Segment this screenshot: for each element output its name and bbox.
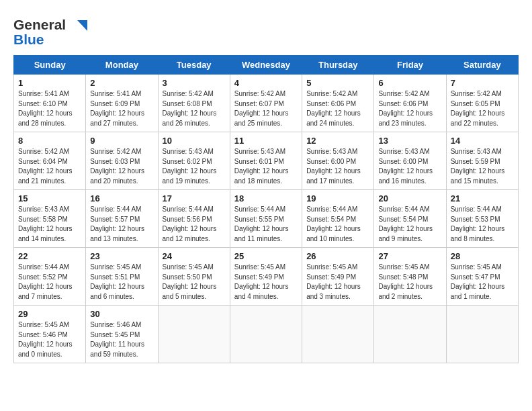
calendar-cell: 9 Sunrise: 5:42 AMSunset: 6:03 PMDayligh… — [86, 132, 158, 190]
calendar-cell: 29 Sunrise: 5:45 AMSunset: 5:46 PMDaylig… — [14, 306, 86, 363]
page-header: General Blue — [13, 13, 519, 48]
calendar-cell: 28 Sunrise: 5:45 AMSunset: 5:47 PMDaylig… — [446, 248, 518, 306]
day-number: 25 — [234, 251, 298, 261]
day-info: Sunrise: 5:44 AMSunset: 5:57 PMDaylight:… — [90, 205, 154, 244]
day-number: 5 — [306, 78, 370, 88]
weekday-header-sunday: Sunday — [14, 56, 86, 75]
day-info: Sunrise: 5:43 AMSunset: 6:00 PMDaylight:… — [306, 147, 370, 186]
calendar-cell: 26 Sunrise: 5:45 AMSunset: 5:49 PMDaylig… — [302, 248, 374, 306]
calendar-table: SundayMondayTuesdayWednesdayThursdayFrid… — [13, 55, 519, 363]
day-number: 8 — [18, 136, 82, 146]
svg-text:Blue: Blue — [13, 32, 44, 47]
day-info: Sunrise: 5:45 AMSunset: 5:48 PMDaylight:… — [378, 263, 442, 302]
calendar-cell: 19 Sunrise: 5:44 AMSunset: 5:54 PMDaylig… — [302, 190, 374, 248]
logo: General Blue — [13, 13, 87, 48]
day-info: Sunrise: 5:43 AMSunset: 6:02 PMDaylight:… — [163, 147, 226, 186]
day-number: 7 — [451, 78, 515, 88]
calendar-cell: 2 Sunrise: 5:41 AMSunset: 6:09 PMDayligh… — [86, 75, 158, 132]
day-info: Sunrise: 5:44 AMSunset: 5:53 PMDaylight:… — [451, 205, 515, 244]
calendar-cell: 3 Sunrise: 5:42 AMSunset: 6:08 PMDayligh… — [158, 75, 230, 132]
weekday-header-row: SundayMondayTuesdayWednesdayThursdayFrid… — [14, 56, 519, 75]
day-info: Sunrise: 5:45 AMSunset: 5:49 PMDaylight:… — [306, 263, 370, 302]
day-number: 13 — [378, 136, 442, 146]
day-number: 18 — [234, 193, 298, 203]
day-number: 6 — [378, 78, 442, 88]
calendar-cell: 23 Sunrise: 5:45 AMSunset: 5:51 PMDaylig… — [86, 248, 158, 306]
calendar-cell — [230, 306, 302, 363]
day-number: 28 — [451, 251, 515, 261]
day-number: 17 — [163, 193, 226, 203]
weekday-header-friday: Friday — [374, 56, 446, 75]
day-number: 21 — [451, 193, 515, 203]
day-number: 19 — [306, 193, 370, 203]
calendar-cell: 27 Sunrise: 5:45 AMSunset: 5:48 PMDaylig… — [374, 248, 446, 306]
day-info: Sunrise: 5:43 AMSunset: 6:01 PMDaylight:… — [234, 147, 298, 186]
calendar-cell — [302, 306, 374, 363]
weekday-header-wednesday: Wednesday — [230, 56, 302, 75]
day-info: Sunrise: 5:43 AMSunset: 5:58 PMDaylight:… — [18, 205, 82, 244]
calendar-week-1: 1 Sunrise: 5:41 AMSunset: 6:10 PMDayligh… — [14, 75, 519, 132]
calendar-week-4: 22 Sunrise: 5:44 AMSunset: 5:52 PMDaylig… — [14, 248, 519, 306]
calendar-cell: 20 Sunrise: 5:44 AMSunset: 5:54 PMDaylig… — [374, 190, 446, 248]
day-info: Sunrise: 5:42 AMSunset: 6:07 PMDaylight:… — [234, 89, 298, 128]
day-number: 23 — [90, 251, 154, 261]
day-number: 1 — [18, 78, 82, 88]
day-number: 14 — [451, 136, 515, 146]
calendar-cell — [374, 306, 446, 363]
day-info: Sunrise: 5:45 AMSunset: 5:49 PMDaylight:… — [234, 263, 298, 302]
calendar-cell: 11 Sunrise: 5:43 AMSunset: 6:01 PMDaylig… — [230, 132, 302, 190]
calendar-cell: 1 Sunrise: 5:41 AMSunset: 6:10 PMDayligh… — [14, 75, 86, 132]
day-number: 11 — [234, 136, 298, 146]
calendar-cell — [158, 306, 230, 363]
calendar-week-5: 29 Sunrise: 5:45 AMSunset: 5:46 PMDaylig… — [14, 306, 519, 363]
day-info: Sunrise: 5:42 AMSunset: 6:06 PMDaylight:… — [306, 89, 370, 128]
day-number: 12 — [306, 136, 370, 146]
day-number: 30 — [90, 309, 154, 319]
calendar-cell: 10 Sunrise: 5:43 AMSunset: 6:02 PMDaylig… — [158, 132, 230, 190]
calendar-cell: 13 Sunrise: 5:43 AMSunset: 6:00 PMDaylig… — [374, 132, 446, 190]
day-info: Sunrise: 5:42 AMSunset: 6:03 PMDaylight:… — [90, 147, 154, 186]
weekday-header-monday: Monday — [86, 56, 158, 75]
day-number: 22 — [18, 251, 82, 261]
day-number: 4 — [234, 78, 298, 88]
day-info: Sunrise: 5:44 AMSunset: 5:54 PMDaylight:… — [378, 205, 442, 244]
day-number: 10 — [163, 136, 226, 146]
day-number: 9 — [90, 136, 154, 146]
calendar-cell: 6 Sunrise: 5:42 AMSunset: 6:06 PMDayligh… — [374, 75, 446, 132]
calendar-cell: 30 Sunrise: 5:46 AMSunset: 5:45 PMDaylig… — [86, 306, 158, 363]
svg-text:General: General — [13, 17, 66, 32]
day-info: Sunrise: 5:42 AMSunset: 6:04 PMDaylight:… — [18, 147, 82, 186]
calendar-cell: 15 Sunrise: 5:43 AMSunset: 5:58 PMDaylig… — [14, 190, 86, 248]
day-info: Sunrise: 5:45 AMSunset: 5:51 PMDaylight:… — [90, 263, 154, 302]
day-info: Sunrise: 5:42 AMSunset: 6:05 PMDaylight:… — [451, 89, 515, 128]
day-number: 27 — [378, 251, 442, 261]
day-info: Sunrise: 5:44 AMSunset: 5:52 PMDaylight:… — [18, 263, 82, 302]
day-info: Sunrise: 5:41 AMSunset: 6:10 PMDaylight:… — [18, 89, 82, 128]
calendar-cell — [446, 306, 518, 363]
weekday-header-tuesday: Tuesday — [158, 56, 230, 75]
day-info: Sunrise: 5:43 AMSunset: 6:00 PMDaylight:… — [378, 147, 442, 186]
day-number: 2 — [90, 78, 154, 88]
calendar-cell: 22 Sunrise: 5:44 AMSunset: 5:52 PMDaylig… — [14, 248, 86, 306]
calendar-week-2: 8 Sunrise: 5:42 AMSunset: 6:04 PMDayligh… — [14, 132, 519, 190]
day-number: 26 — [306, 251, 370, 261]
calendar-cell: 18 Sunrise: 5:44 AMSunset: 5:55 PMDaylig… — [230, 190, 302, 248]
calendar-cell: 5 Sunrise: 5:42 AMSunset: 6:06 PMDayligh… — [302, 75, 374, 132]
logo-svg: General Blue — [13, 13, 87, 48]
day-info: Sunrise: 5:42 AMSunset: 6:08 PMDaylight:… — [163, 89, 226, 128]
day-info: Sunrise: 5:44 AMSunset: 5:56 PMDaylight:… — [163, 205, 226, 244]
day-info: Sunrise: 5:46 AMSunset: 5:45 PMDaylight:… — [90, 320, 154, 359]
calendar-cell: 7 Sunrise: 5:42 AMSunset: 6:05 PMDayligh… — [446, 75, 518, 132]
calendar-cell: 16 Sunrise: 5:44 AMSunset: 5:57 PMDaylig… — [86, 190, 158, 248]
calendar-cell: 21 Sunrise: 5:44 AMSunset: 5:53 PMDaylig… — [446, 190, 518, 248]
day-number: 20 — [378, 193, 442, 203]
day-info: Sunrise: 5:45 AMSunset: 5:50 PMDaylight:… — [163, 263, 226, 302]
calendar-week-3: 15 Sunrise: 5:43 AMSunset: 5:58 PMDaylig… — [14, 190, 519, 248]
day-info: Sunrise: 5:43 AMSunset: 5:59 PMDaylight:… — [451, 147, 515, 186]
calendar-cell: 24 Sunrise: 5:45 AMSunset: 5:50 PMDaylig… — [158, 248, 230, 306]
day-info: Sunrise: 5:44 AMSunset: 5:55 PMDaylight:… — [234, 205, 298, 244]
day-info: Sunrise: 5:45 AMSunset: 5:46 PMDaylight:… — [18, 320, 82, 359]
day-info: Sunrise: 5:42 AMSunset: 6:06 PMDaylight:… — [378, 89, 442, 128]
day-number: 29 — [18, 309, 82, 319]
calendar-cell: 14 Sunrise: 5:43 AMSunset: 5:59 PMDaylig… — [446, 132, 518, 190]
